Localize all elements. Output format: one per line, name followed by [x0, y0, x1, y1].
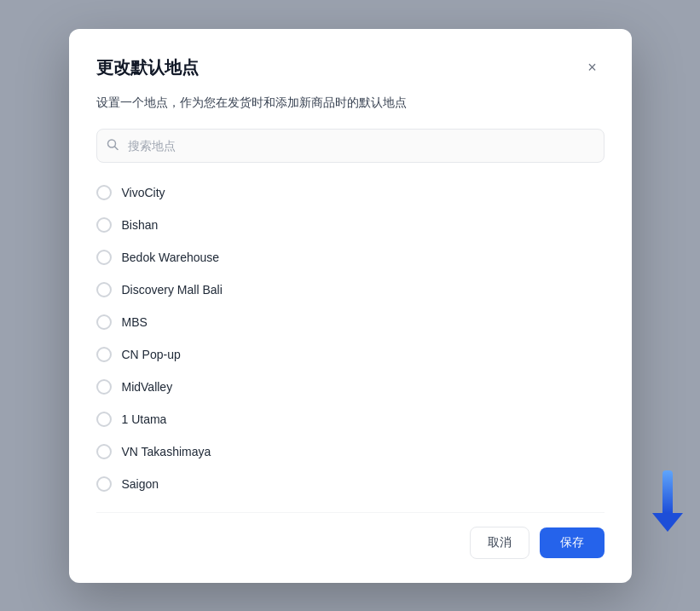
location-name: VN Takashimaya [122, 445, 211, 458]
svg-line-1 [114, 147, 118, 150]
location-name: VivoCity [122, 186, 165, 199]
list-item[interactable]: MidValley [96, 371, 605, 403]
search-input[interactable] [96, 129, 605, 163]
radio-button [96, 217, 112, 233]
modal-subtitle: 设置一个地点，作为您在发货时和添加新商品时的默认地点 [96, 94, 605, 112]
location-name: MidValley [122, 380, 173, 394]
location-name: Discovery Mall Bali [122, 283, 223, 297]
radio-button [96, 476, 112, 492]
modal-overlay: 更改默认地点 × 设置一个地点，作为您在发货时和添加新商品时的默认地点 Vivo… [0, 0, 700, 611]
arrow-stem [662, 470, 673, 513]
location-name: 1 Utama [122, 412, 167, 426]
close-button[interactable]: × [581, 56, 605, 80]
location-name: MBS [122, 315, 148, 329]
location-name: CN Pop-up [122, 348, 181, 361]
arrow-head [652, 513, 683, 532]
save-button[interactable]: 保存 [540, 527, 605, 558]
list-item[interactable]: VivoCity [96, 176, 605, 209]
location-name: Bedok Warehouse [122, 251, 220, 264]
radio-button [96, 379, 112, 395]
modal-dialog: 更改默认地点 × 设置一个地点，作为您在发货时和添加新商品时的默认地点 Vivo… [69, 29, 632, 583]
radio-button [96, 282, 112, 297]
radio-button [96, 347, 112, 362]
radio-button [96, 412, 112, 427]
list-item[interactable]: Bedok Warehouse [96, 241, 605, 274]
location-name: Bishan [122, 218, 159, 232]
list-item[interactable]: 1 Utama [96, 403, 605, 435]
location-name: Saigon [122, 477, 159, 491]
list-item[interactable]: Discovery Mall Bali [96, 274, 605, 306]
list-item[interactable]: VN Takashimaya [96, 435, 605, 468]
cancel-button[interactable]: 取消 [470, 527, 529, 559]
list-item[interactable]: CN Pop-up [96, 338, 605, 371]
radio-button [96, 250, 112, 265]
location-list: VivoCityBishanBedok WarehouseDiscovery M… [96, 176, 605, 492]
radio-button [96, 444, 112, 459]
modal-footer: 取消 保存 [96, 512, 605, 559]
radio-button [96, 185, 112, 200]
list-item[interactable]: MBS [96, 306, 605, 338]
search-container [96, 129, 605, 163]
search-icon [107, 138, 119, 153]
list-item[interactable]: Bishan [96, 209, 605, 241]
modal-title: 更改默认地点 [96, 56, 199, 79]
modal-header: 更改默认地点 × [96, 56, 605, 80]
radio-button [96, 314, 112, 330]
list-item[interactable]: Saigon [96, 468, 605, 492]
arrow-indicator [652, 470, 683, 532]
